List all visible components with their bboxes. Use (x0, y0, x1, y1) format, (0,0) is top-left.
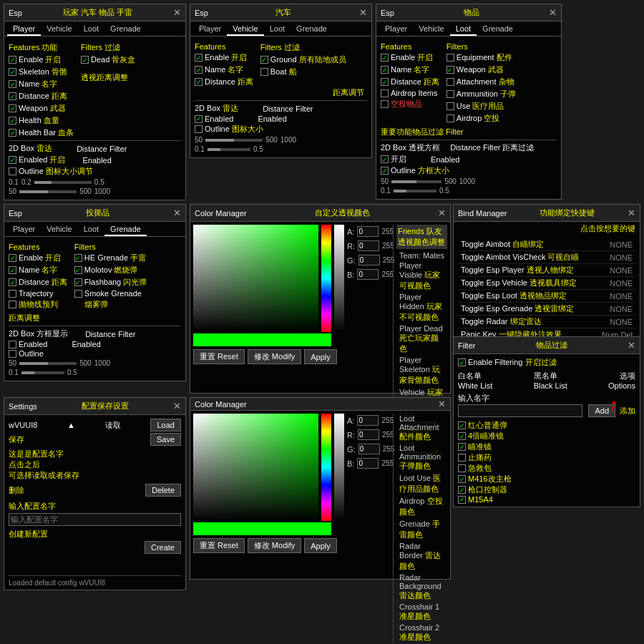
esp3-equipment-cb[interactable] (447, 54, 454, 62)
esp1-healthbar[interactable]: Health Bar 血条 (9, 127, 74, 138)
cm1-reset-btn[interactable]: 重置 Reset (193, 349, 245, 364)
cm2-r-input[interactable] (358, 429, 379, 440)
esp4-tab-grenade[interactable]: Grenade (104, 223, 147, 236)
esp3-distance-cb[interactable] (381, 78, 389, 86)
esp1-weapon-cb[interactable] (9, 104, 16, 112)
esp1-slider1[interactable] (34, 181, 92, 184)
sp-name-input[interactable] (9, 513, 181, 526)
esp3-close[interactable]: ✕ (549, 8, 557, 17)
esp1-tab-loot[interactable]: Loot (78, 23, 104, 36)
esp3-tab-grenade[interactable]: Grenade (477, 23, 519, 36)
fp-item1-cb[interactable] (458, 421, 466, 429)
esp4-enable[interactable]: Enable 开启 (9, 253, 67, 263)
esp3-outline[interactable]: Outline 方框大小 (381, 165, 449, 176)
cm1-player-dead[interactable]: Player Dead 死亡玩家颜色 (396, 323, 447, 355)
cm2-apply-btn[interactable]: Apply (304, 538, 337, 553)
esp1-skeleton-cb[interactable] (9, 68, 16, 76)
cm2-alpha-bar[interactable] (334, 414, 344, 521)
esp2-box-enabled[interactable]: Enabled (195, 114, 233, 123)
cm2-loot-ammo[interactable]: Loot Ammunition 子弹颜色 (396, 443, 447, 472)
cm1-hue-bar[interactable] (321, 225, 331, 332)
bm-radar[interactable]: Toggle Radar 绑定雷达 NONE (458, 316, 635, 328)
esp3-airdrop-items[interactable]: Airdrop Items (381, 89, 439, 97)
esp4-predict[interactable]: 抛物线预判 (9, 299, 67, 310)
esp4-box-enabled-cb[interactable] (9, 341, 16, 348)
fp-item-2[interactable]: 4倍瞄准镜 (458, 431, 635, 441)
cm1-player-hidden[interactable]: Player Hidden 玩家不可视颜色 (396, 292, 447, 323)
cm1-b-input[interactable] (357, 269, 379, 280)
cm2-g-input[interactable] (358, 444, 380, 454)
esp1-distance-cb[interactable] (9, 92, 16, 100)
esp2-slider1[interactable] (205, 139, 263, 142)
fp-enable-cb[interactable] (458, 358, 466, 366)
cm2-loot-attachment[interactable]: Loot Attachment 配件颜色 (396, 414, 447, 443)
esp3-use-cb[interactable] (447, 102, 454, 110)
cm1-player-visible[interactable]: Player Visible 玩家可视颜色 (396, 260, 447, 292)
esp3-distance[interactable]: Distance 距离 (381, 77, 439, 87)
esp1-dead-cb[interactable] (81, 56, 89, 64)
cm2-modify-btn[interactable]: 修改 Modify (248, 538, 301, 553)
fp-enable-filtering[interactable]: Enable Filtering 开启过滤 (458, 357, 635, 368)
esp4-close[interactable]: ✕ (173, 208, 181, 218)
esp4-he-cb[interactable] (74, 254, 82, 262)
esp4-smoke-cb[interactable] (74, 290, 82, 298)
esp1-box-enabled-cb[interactable] (9, 156, 16, 164)
esp3-box-enabled-cb[interactable] (381, 155, 389, 163)
cm1-modify-btn[interactable]: 修改 Modify (248, 349, 301, 364)
esp3-weapon-cb[interactable] (447, 66, 454, 74)
bm-close[interactable]: ✕ (628, 208, 635, 218)
cm2-radar-bg[interactable]: Radar Background 雷达颜色 (396, 572, 447, 602)
esp4-molotov[interactable]: Molotov 燃烧弹 (74, 265, 147, 275)
sp-close[interactable]: ✕ (173, 401, 181, 411)
cm1-close[interactable]: ✕ (438, 208, 446, 218)
esp4-tab-loot[interactable]: Loot (78, 223, 104, 236)
cm2-reset-btn[interactable]: 重置 Reset (193, 538, 245, 553)
cm1-a-input[interactable] (357, 226, 379, 237)
esp4-name[interactable]: Name 名字 (9, 265, 67, 275)
cm1-friends-active[interactable]: Friends 队友透视颜色调整 (396, 225, 447, 249)
esp3-airdrop-cb[interactable] (381, 100, 389, 108)
bm-esp-grenade[interactable]: Toggle Esp Grenade 透视雷绑定 NONE (458, 303, 635, 316)
cm1-gradient[interactable] (193, 225, 318, 332)
esp4-box-enabled[interactable]: Enabled (9, 340, 47, 348)
esp3-tab-loot[interactable]: Loot (450, 23, 477, 36)
sp-delete-btn[interactable]: Delete (145, 484, 181, 497)
esp1-outline-cb[interactable] (9, 167, 16, 175)
esp2-name-cb[interactable] (195, 66, 203, 74)
sp-create-btn[interactable]: Create (145, 541, 181, 554)
esp1-enable[interactable]: Enable 开启 (9, 54, 74, 65)
esp4-tab-player[interactable]: Player (7, 223, 41, 236)
sp-load-btn[interactable]: Load (150, 419, 180, 431)
esp3-equipment[interactable]: Equipment 配件 (447, 52, 516, 63)
esp3-weapon[interactable]: Weapon 武器 (447, 64, 516, 75)
esp2-boat-cb[interactable] (260, 68, 268, 76)
esp2-outline[interactable]: Outline 图标大小 (195, 124, 263, 135)
bm-esp-loot[interactable]: Toggle Esp Loot 透视物品绑定 NONE (458, 290, 635, 303)
esp1-enable-cb[interactable] (9, 56, 16, 64)
fp-item-3[interactable]: 瞄准镜 (458, 441, 635, 452)
esp1-health[interactable]: Health 血量 (9, 115, 74, 126)
sp-up-arrow[interactable]: ▲ (67, 421, 75, 429)
fp-item-8[interactable]: M15A4 (458, 495, 635, 504)
fp-item-6[interactable]: M416改主枪 (458, 474, 635, 484)
esp2-slider2[interactable] (208, 148, 250, 151)
esp2-distance-cb[interactable] (195, 78, 203, 86)
esp3-airdrop[interactable]: 空投物品 (381, 99, 439, 109)
cm1-mates[interactable]: Team: Mates (396, 250, 447, 260)
cm1-apply-btn[interactable]: Apply (304, 349, 337, 364)
esp3-attachment-cb[interactable] (447, 78, 454, 86)
esp3-tab-player[interactable]: Player (379, 23, 413, 36)
cm1-player-skeleton[interactable]: Player Skeleton 玩家骨骼颜色 (396, 355, 447, 386)
esp3-tab-vehicle[interactable]: Vehicle (413, 23, 449, 36)
cm2-loot-use[interactable]: Loot Use 医疗用品颜色 (396, 472, 447, 495)
esp2-enable-cb[interactable] (195, 54, 203, 62)
esp3-ammo-cb[interactable] (447, 90, 454, 98)
esp1-name-cb[interactable] (9, 80, 16, 88)
esp3-name-cb[interactable] (381, 66, 389, 74)
fp-item2-cb[interactable] (458, 432, 466, 440)
fp-item-1[interactable]: 红心普通弹 (458, 420, 635, 431)
cm1-alpha-bar[interactable] (334, 225, 344, 332)
esp3-slider2[interactable] (394, 190, 436, 192)
esp1-name[interactable]: Name 名字 (9, 79, 74, 89)
esp1-tab-grenade[interactable]: Grenade (104, 23, 147, 36)
